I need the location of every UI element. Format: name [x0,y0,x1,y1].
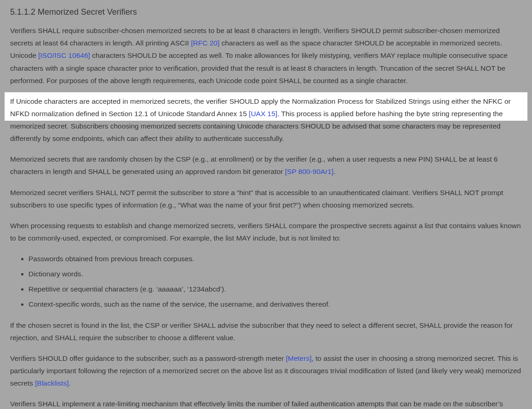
ref-meters-link[interactable]: [Meters] [286,354,311,362]
list-item: Dictionary words. [28,268,522,280]
ref-uax15-link[interactable]: [UAX 15] [249,110,277,118]
text: . [68,379,70,387]
section-heading: 5.1.1.2 Memorized Secret Verifiers [10,6,522,18]
text: Verifiers SHOULD offer guidance to the s… [10,354,286,362]
paragraph-7: Verifiers SHOULD offer guidance to the s… [10,352,522,389]
bullet-list: Passwords obtained from previous breach … [10,252,522,311]
text: Verifiers SHALL implement a rate-limitin… [10,400,503,409]
ref-iso10646-link[interactable]: [ISO/ISC 10646] [38,51,90,59]
list-item: Context-specific words, such as the name… [28,298,522,310]
ref-blacklists-link[interactable]: [Blacklists] [35,379,68,387]
paragraph-2: If Unicode characters are accepted in me… [10,95,522,145]
paragraph-3: Memorized secrets that are randomly chos… [10,153,522,178]
paragraph-8: Verifiers SHALL implement a rate-limitin… [10,398,522,409]
paragraph-4: Memorized secret verifiers SHALL NOT per… [10,186,522,211]
paragraph-6: If the chosen secret is found in the lis… [10,319,522,344]
text: . [334,168,335,175]
paragraph-5: When processing requests to establish an… [10,219,522,244]
ref-sp800-link[interactable]: [SP 800-90Ar1] [285,168,334,175]
text: Memorized secrets that are randomly chos… [10,155,498,175]
paragraph-1: Verifiers SHALL require subscriber-chose… [10,24,522,87]
list-item: Repetitive or sequential characters (e.g… [28,283,522,295]
list-item: Passwords obtained from previous breach … [28,252,522,265]
ref-rfc20-link[interactable]: [RFC 20] [191,39,220,47]
